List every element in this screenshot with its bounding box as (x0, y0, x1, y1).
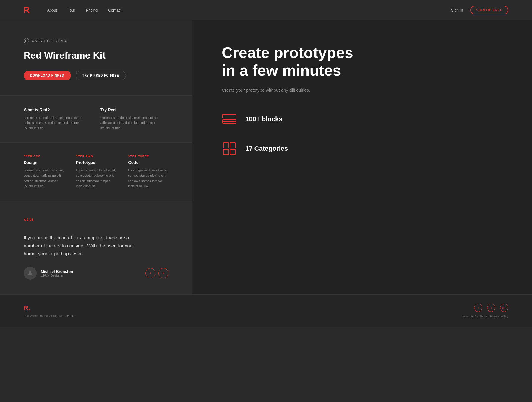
blocks-icon (222, 111, 237, 127)
footer-logo: R. (24, 304, 74, 312)
step-desc-2: Lorem ipsum dolor sit amet, consectetur … (76, 168, 116, 189)
footer-links: Terms & Conditions | Privacy Policy (462, 315, 508, 318)
footer-social: t f g+ (474, 304, 508, 312)
terms-link[interactable]: Terms & Conditions (462, 315, 488, 318)
features-section: What is Red? Lorem ipsum dolor sit amet,… (0, 95, 192, 143)
svg-rect-7 (223, 149, 229, 155)
avatar (24, 267, 37, 280)
download-button[interactable]: DOWNLOAD PINKED (24, 71, 71, 80)
svg-rect-5 (223, 143, 229, 148)
step-code: STEP THREE Code Lorem ipsum dolor sit am… (128, 155, 168, 189)
svg-rect-6 (230, 143, 235, 148)
testimonial-section: ““ If you are in the market for a comput… (0, 201, 192, 295)
feature-desc-2: Lorem ipsum dolor sit amet, consectetur … (100, 115, 160, 131)
watch-video-label: WATCH THE VIDEO (31, 39, 68, 43)
prev-button[interactable]: < (145, 268, 155, 278)
signup-button[interactable]: SIGN UP FREE (470, 6, 508, 14)
footer: R. Red Wireframe Kit. All rights reserve… (0, 294, 532, 327)
hero-section: ▶ WATCH THE VIDEO Red Wireframe Kit DOWN… (0, 20, 192, 95)
stat-categories: 17 Categories (222, 141, 502, 156)
step-desc-1: Lorem ipsum dolor sit amet, consectetur … (24, 168, 64, 189)
quote-icon: ““ (24, 216, 168, 228)
footer-copyright: Red Wireframe Kit. All rights reserved. (24, 314, 74, 317)
author-role: UI/UX Designer (41, 274, 73, 277)
facebook-icon[interactable]: f (487, 304, 495, 312)
logo: R (24, 5, 29, 15)
feature-desc-1: Lorem ipsum dolor sit amet, consectetur … (24, 115, 83, 131)
grid-icon (222, 141, 237, 156)
author-info: Michael Bronston UI/UX Designer (24, 267, 73, 280)
step-title-2: Prototype (76, 160, 116, 165)
step-prototype: STEP TWO Prototype Lorem ipsum dolor sit… (76, 155, 116, 189)
step-title-1: Design (24, 160, 64, 165)
hero-buttons: DOWNLOAD PINKED TRY PINKED FO FREE (24, 71, 168, 80)
right-subtitle: Create your prototype without any diffic… (222, 87, 328, 94)
twitter-icon[interactable]: t (474, 304, 482, 312)
step-label-1: STEP ONE (24, 155, 64, 158)
footer-left: R. Red Wireframe Kit. All rights reserve… (24, 304, 74, 317)
navbar: R About Tour Pricing Contact Sign In SIG… (0, 0, 532, 20)
nav-contact[interactable]: Contact (108, 8, 121, 12)
testimonial-author: Michael Bronston UI/UX Designer < > (24, 267, 168, 280)
try-button[interactable]: TRY PINKED FO FREE (76, 71, 126, 80)
next-button[interactable]: > (158, 268, 168, 278)
testimonial-text: If you are in the market for a computer,… (24, 234, 142, 258)
author-details: Michael Bronston UI/UX Designer (41, 269, 73, 277)
step-title-3: Code (128, 160, 168, 165)
privacy-link[interactable]: Privacy Policy (490, 315, 508, 318)
nav-links: About Tour Pricing Contact (47, 8, 451, 12)
nav-tour[interactable]: Tour (68, 8, 75, 12)
right-content: Create prototypes in a few minutes Creat… (192, 20, 532, 294)
feature-what-is-red: What is Red? Lorem ipsum dolor sit amet,… (24, 108, 83, 131)
author-name: Michael Bronston (41, 269, 73, 274)
right-title: Create prototypes in a few minutes (222, 44, 502, 80)
feature-title-2: Try Red (100, 108, 160, 112)
blocks-label: 100+ blocks (245, 115, 282, 123)
watch-video[interactable]: ▶ WATCH THE VIDEO (24, 38, 168, 43)
categories-label: 17 Categories (245, 145, 288, 153)
footer-right: t f g+ Terms & Conditions | Privacy Poli… (462, 304, 508, 318)
feature-title-1: What is Red? (24, 108, 83, 112)
step-label-3: STEP THREE (128, 155, 168, 158)
steps-section: STEP ONE Design Lorem ipsum dolor sit am… (0, 143, 192, 200)
feature-try-red: Try Red Lorem ipsum dolor sit amet, cons… (100, 108, 160, 131)
signin-link[interactable]: Sign In (451, 8, 463, 12)
main-layout: ▶ WATCH THE VIDEO Red Wireframe Kit DOWN… (0, 20, 532, 294)
step-design: STEP ONE Design Lorem ipsum dolor sit am… (24, 155, 64, 189)
testimonial-nav: < > (145, 268, 168, 278)
nav-pricing[interactable]: Pricing (86, 8, 98, 12)
svg-point-0 (29, 271, 31, 273)
step-desc-3: Lorem ipsum dolor sit amet, consectetur … (128, 168, 168, 189)
stat-blocks: 100+ blocks (222, 111, 502, 127)
left-content: ▶ WATCH THE VIDEO Red Wireframe Kit DOWN… (0, 20, 192, 294)
hero-title: Red Wireframe Kit (24, 49, 168, 62)
step-label-2: STEP TWO (76, 155, 116, 158)
svg-rect-8 (230, 149, 235, 155)
nav-about[interactable]: About (47, 8, 57, 12)
play-icon: ▶ (24, 38, 29, 43)
google-icon[interactable]: g+ (500, 304, 508, 312)
navbar-right: Sign In SIGN UP FREE (451, 6, 508, 14)
